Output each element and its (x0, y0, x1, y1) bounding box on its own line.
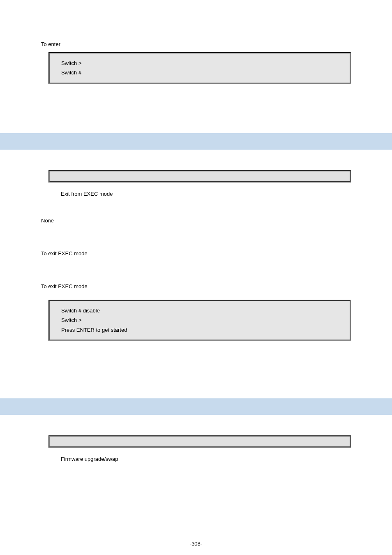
syntax-box-1 (48, 170, 351, 183)
code-line: Switch > (61, 315, 338, 325)
default-label: None (41, 217, 351, 224)
page-number: -308- (0, 541, 392, 547)
desc-text-1: Exit from EXEC mode (61, 191, 351, 197)
section-header-2 (0, 398, 392, 415)
code-line: Press ENTER to get started (61, 325, 338, 335)
code-line: Switch > (61, 58, 338, 68)
section-header-1 (0, 133, 392, 150)
example-label: To exit EXEC mode (41, 283, 351, 289)
usage-label: To exit EXEC mode (41, 250, 351, 257)
code-line: Switch # (61, 68, 338, 77)
code-block-2: Switch # disable Switch > Press ENTER to… (48, 300, 351, 341)
desc-text-2: Firmware upgrade/swap (61, 456, 351, 462)
intro-text: To enter (41, 41, 351, 47)
code-block-1: Switch > Switch # (48, 52, 351, 84)
code-line: Switch # disable (61, 306, 338, 315)
syntax-box-2 (48, 435, 351, 448)
